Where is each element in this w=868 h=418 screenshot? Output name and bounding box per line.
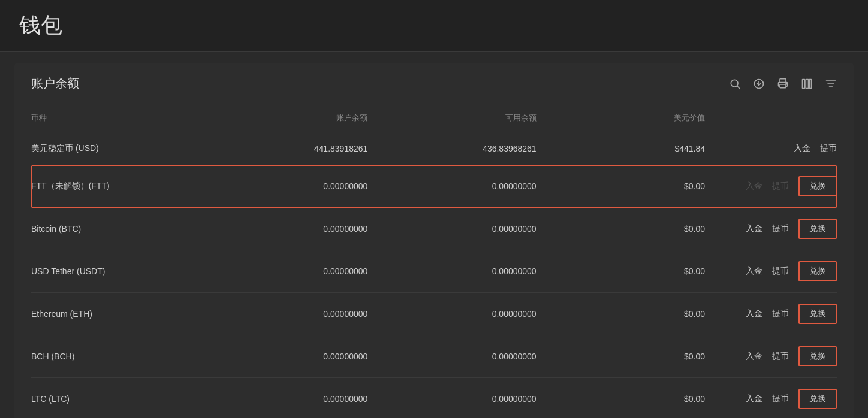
cell-balance-btc: 0.00000000 [199,224,367,234]
convert-button-ltc[interactable]: 兑换 [798,389,837,409]
convert-button-usdt[interactable]: 兑换 [798,261,837,281]
deposit-button-usd[interactable]: 入金 [794,143,810,154]
table-row: Bitcoin (BTC)0.000000000.00000000$0.00入金… [31,208,837,250]
withdraw-button-eth[interactable]: 提币 [772,308,789,319]
cell-usd-value-ftt: $0.00 [537,181,705,191]
col-header-usd-value: 美元价值 [537,113,705,123]
cell-usd-value-ltc: $0.00 [537,394,705,404]
cell-currency-eth: Ethereum (ETH) [31,309,199,319]
cell-available-ftt: 0.00000000 [367,181,536,191]
cell-balance-ltc: 0.00000000 [199,394,367,404]
cell-available-ltc: 0.00000000 [367,394,536,404]
deposit-button-ltc[interactable]: 入金 [746,393,762,404]
page-header: 钱包 [0,0,868,52]
table-row: Ethereum (ETH)0.000000000.00000000$0.00入… [31,293,837,335]
cell-usd-value-usd: $441.84 [537,144,705,153]
withdraw-button-bch[interactable]: 提币 [772,351,789,362]
deposit-button-eth[interactable]: 入金 [746,308,762,319]
deposit-button-ftt: 入金 [746,181,762,192]
main-content: 账户余额 [14,63,854,418]
download-icon[interactable] [753,78,765,90]
cell-currency-usd: 美元稳定币 (USD) [31,143,199,154]
table-container: 币种 账户余额 可用余额 美元价值 美元稳定币 (USD)441.8391826… [14,104,854,418]
withdraw-button-btc[interactable]: 提币 [772,223,789,234]
deposit-button-usdt[interactable]: 入金 [746,266,762,277]
section-title: 账户余额 [31,75,79,92]
cell-available-bch: 0.00000000 [367,352,536,361]
cell-actions-ltc: 入金提币兑换 [705,389,837,409]
svg-rect-5 [780,84,786,87]
cell-actions-btc: 入金提币兑换 [705,219,837,239]
cell-balance-usd: 441.83918261 [199,144,367,153]
table-row: 美元稳定币 (USD)441.83918261436.83968261$441.… [31,132,837,165]
cell-available-eth: 0.00000000 [367,309,536,319]
svg-rect-8 [806,79,808,88]
cell-usd-value-btc: $0.00 [537,224,705,234]
withdraw-button-ftt: 提币 [772,181,789,192]
cell-balance-bch: 0.00000000 [199,352,367,361]
svg-rect-7 [803,79,805,88]
cell-available-usd: 436.83968261 [367,144,536,153]
svg-rect-9 [809,79,811,88]
svg-line-1 [737,86,740,89]
page-title: 钱包 [19,11,849,40]
cell-currency-bch: BCH (BCH) [31,352,199,361]
cell-currency-ftt: FTT（未解锁）(FTT) [31,181,199,192]
deposit-button-bch[interactable]: 入金 [746,351,762,362]
convert-button-eth[interactable]: 兑换 [798,304,837,324]
cell-usd-value-bch: $0.00 [537,352,705,361]
col-header-balance: 账户余额 [199,113,367,123]
search-icon[interactable] [729,78,741,90]
section-header: 账户余额 [14,63,854,104]
convert-button-btc[interactable]: 兑换 [798,219,837,239]
convert-button-bch[interactable]: 兑换 [798,346,837,366]
withdraw-button-usd[interactable]: 提币 [820,143,837,154]
col-header-available: 可用余额 [367,113,536,123]
table-row: BCH (BCH)0.000000000.00000000$0.00入金提币兑换 [31,335,837,378]
svg-point-6 [786,83,787,84]
col-header-currency: 币种 [31,113,199,123]
table-row: FTT（未解锁）(FTT)0.000000000.00000000$0.00入金… [31,165,837,208]
filter-icon[interactable] [825,78,837,90]
withdraw-button-usdt[interactable]: 提币 [772,266,789,277]
cell-balance-usdt: 0.00000000 [199,266,367,276]
print-icon[interactable] [777,78,789,90]
cell-available-usdt: 0.00000000 [367,266,536,276]
cell-actions-ftt: 入金提币兑换 [705,176,837,196]
cell-currency-ltc: LTC (LTC) [31,394,199,404]
cell-balance-eth: 0.00000000 [199,309,367,319]
table-row: USD Tether (USDT)0.000000000.00000000$0.… [31,250,837,293]
cell-currency-usdt: USD Tether (USDT) [31,266,199,276]
toolbar-icons [729,78,837,90]
cell-usd-value-eth: $0.00 [537,309,705,319]
table-row: LTC (LTC)0.000000000.00000000$0.00入金提币兑换 [31,378,837,418]
cell-actions-bch: 入金提币兑换 [705,346,837,366]
deposit-button-btc[interactable]: 入金 [746,223,762,234]
cell-currency-btc: Bitcoin (BTC) [31,224,199,234]
cell-actions-eth: 入金提币兑换 [705,304,837,324]
col-header-actions [705,113,837,123]
convert-button-ftt[interactable]: 兑换 [798,176,837,196]
cell-usd-value-usdt: $0.00 [537,266,705,276]
table-body: 美元稳定币 (USD)441.83918261436.83968261$441.… [31,132,837,418]
withdraw-button-ltc[interactable]: 提币 [772,393,789,404]
cell-actions-usd: 入金提币 [705,143,837,154]
columns-icon[interactable] [801,78,813,90]
table-column-headers: 币种 账户余额 可用余额 美元价值 [31,104,837,132]
cell-available-btc: 0.00000000 [367,224,536,234]
cell-balance-ftt: 0.00000000 [199,181,367,191]
svg-rect-4 [780,78,786,82]
cell-actions-usdt: 入金提币兑换 [705,261,837,281]
